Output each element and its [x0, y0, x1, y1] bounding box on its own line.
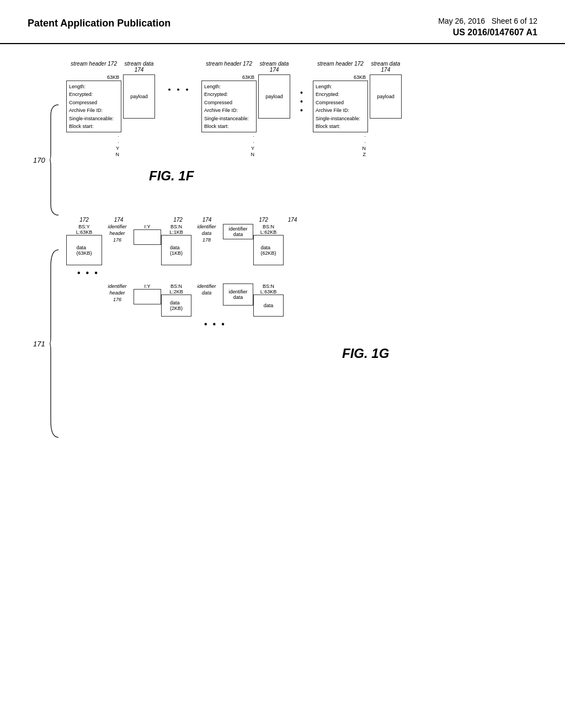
- brace-171: [49, 250, 61, 437]
- stream-pair-2: stream header 172 stream data 174 63KB L…: [201, 61, 290, 157]
- identifier-header-group: identifierheader176 I:Y: [102, 224, 161, 245]
- fig1g-label: FIG. 1G: [342, 346, 543, 361]
- sh-box-3: Length:Encrypted:CompressedArchive File …: [313, 81, 368, 132]
- dots-row-1g: • • •: [77, 268, 543, 278]
- stream-pair-1-labels: stream header 172 stream data 174: [66, 61, 155, 73]
- dots-row-1g-2: • • •: [204, 319, 543, 329]
- col-labels-row: 172 174 172 174 172 174: [66, 217, 543, 223]
- sh-box-1: Length:Encrypted:CompressedArchive File …: [66, 81, 121, 132]
- fig1f-section: 170 stream header 172 stream data 174: [22, 61, 543, 184]
- fig1g-section: 171 172 174 172 174: [22, 217, 543, 361]
- stream-pair-3-labels: stream header 172 stream data 174: [313, 61, 402, 73]
- ref-171: 171: [33, 250, 61, 437]
- header-date: May 26, 2016 Sheet 6 of 12: [438, 17, 537, 25]
- brace-170: [49, 105, 61, 215]
- second-block-row: identifierheader176 I:Y BS:N L:2KB data(…: [66, 283, 543, 317]
- sh-box-2: Length:Encrypted:CompressedArchive File …: [201, 81, 257, 132]
- app-number: US 2016/0147607 A1: [438, 28, 537, 38]
- block-group-1: BS:Y L:63KB data(63KB): [66, 224, 102, 265]
- sd-label-3: stream data 174: [370, 61, 402, 73]
- header-meta: May 26, 2016 Sheet 6 of 12 US 2016/01476…: [438, 17, 537, 38]
- sh-label-3: stream header 172: [313, 61, 368, 73]
- ref-170: 170: [33, 105, 61, 215]
- stream-pair-1: stream header 172 stream data 174 63KB L…: [66, 61, 155, 157]
- publication-title: Patent Application Publication: [28, 17, 170, 30]
- stream-header-3: 63KB Length:Encrypted:CompressedArchive …: [313, 74, 368, 157]
- sh-label-1: stream header 172: [66, 61, 121, 73]
- main-content: 170 stream header 172 stream data 174: [0, 55, 565, 367]
- main-block-row: BS:Y L:63KB data(63KB) identifierheader1…: [66, 224, 543, 265]
- identifier-data-group: identifierdata178 identifierdata: [191, 224, 253, 243]
- sd-label-1: stream data 174: [123, 61, 155, 73]
- stream-pair-1-content: 63KB Length:Encrypted:CompressedArchive …: [66, 74, 155, 157]
- block-group-3: BS:N L:62KB data(62KB): [253, 224, 284, 265]
- page-header: Patent Application Publication May 26, 2…: [0, 0, 565, 44]
- fig1g-content: 172 174 172 174 172 174: [66, 217, 543, 329]
- sd-label-2: stream data 174: [258, 61, 290, 73]
- stream-pairs-container: stream header 172 stream data 174 63KB L…: [66, 61, 543, 157]
- stream-data-1: payload: [123, 74, 155, 119]
- stream-pair-3-content: 63KB Length:Encrypted:CompressedArchive …: [313, 74, 402, 157]
- stream-header-2: 63KB Length:Encrypted:CompressedArchive …: [201, 74, 257, 157]
- stream-data-2: payload: [258, 74, 290, 119]
- page: Patent Application Publication May 26, 2…: [0, 0, 565, 367]
- stream-data-3: payload: [370, 74, 402, 119]
- dots-2: •••: [300, 88, 303, 115]
- stream-header-1: 63KB Length:Encrypted:CompressedArchive …: [66, 74, 121, 157]
- stream-pair-2-content: 63KB Length:Encrypted:CompressedArchive …: [201, 74, 290, 157]
- sh-label-2: stream header 172: [201, 61, 257, 73]
- block-group-2: BS:N L:1KB data(1KB): [161, 224, 191, 265]
- stream-pair-2-labels: stream header 172 stream data 174: [201, 61, 290, 73]
- stream-pair-3: stream header 172 stream data 174 63KB L…: [313, 61, 402, 157]
- fig1f-label: FIG. 1F: [149, 168, 543, 184]
- dots-1: •••: [165, 88, 191, 93]
